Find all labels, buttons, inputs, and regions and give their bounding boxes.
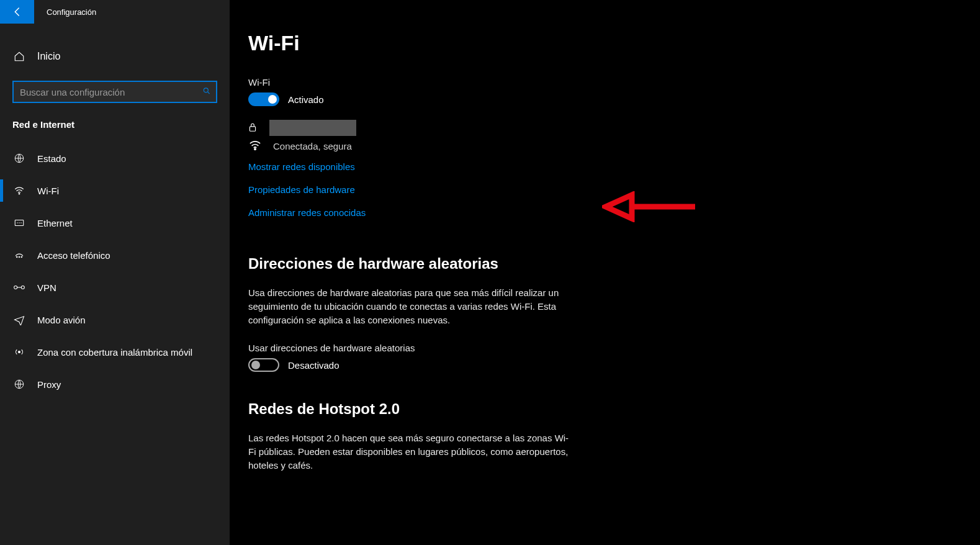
- svg-point-2: [19, 194, 20, 195]
- sidebar-item-hotspot[interactable]: Zona con cobertura inalámbrica móvil: [0, 336, 230, 368]
- svg-point-12: [254, 148, 256, 150]
- sidebar-home[interactable]: Inicio: [0, 41, 230, 72]
- back-button[interactable]: [0, 0, 34, 24]
- random-hw-toggle-heading: Usar direcciones de hardware aleatorias: [248, 343, 980, 353]
- svg-point-7: [14, 286, 17, 289]
- title-bar: Configuración: [0, 0, 230, 24]
- hotspot2-desc: Las redes Hotspot 2.0 hacen que sea más …: [248, 431, 571, 472]
- network-status: Conectada, segura: [273, 141, 352, 151]
- app-title: Configuración: [47, 7, 96, 17]
- sidebar-item-label: Modo avión: [37, 315, 86, 325]
- wifi-toggle-heading: Wi-Fi: [248, 77, 980, 88]
- hotspot2-title: Redes de Hotspot 2.0: [248, 400, 980, 418]
- sidebar-item-label: Wi-Fi: [37, 186, 59, 196]
- status-icon: [12, 153, 26, 164]
- svg-point-9: [19, 351, 20, 353]
- main-content: Wi-Fi Wi-Fi Activado: [230, 0, 980, 545]
- wifi-toggle[interactable]: [248, 92, 279, 106]
- wifi-icon: [12, 185, 26, 196]
- sidebar-item-label: Zona con cobertura inalámbrica móvil: [37, 347, 192, 358]
- network-ssid-redacted: [269, 120, 356, 136]
- svg-rect-11: [249, 126, 255, 130]
- current-network[interactable]: Conectada, segura: [248, 120, 980, 153]
- annotation-arrow-icon: [602, 191, 701, 222]
- dialup-icon: [12, 250, 26, 261]
- sidebar-item-vpn[interactable]: VPN: [0, 271, 230, 304]
- sidebar: Configuración Inicio Red e Internet: [0, 0, 230, 545]
- link-manage-known-networks[interactable]: Administrar redes conocidas: [248, 207, 366, 218]
- sidebar-item-dialup[interactable]: Acceso telefónico: [0, 239, 230, 271]
- sidebar-item-estado[interactable]: Estado: [0, 142, 230, 174]
- search-wrap: [12, 81, 217, 103]
- page-title: Wi-Fi: [248, 31, 980, 55]
- svg-point-5: [19, 256, 20, 258]
- svg-point-6: [21, 256, 22, 258]
- sidebar-item-ethernet[interactable]: Ethernet: [0, 207, 230, 239]
- random-hw-toggle[interactable]: [248, 358, 279, 372]
- sidebar-item-label: Ethernet: [37, 218, 73, 228]
- sidebar-item-label: Estado: [37, 153, 66, 164]
- vpn-icon: [12, 282, 26, 292]
- sidebar-item-label: VPN: [37, 282, 56, 293]
- wifi-signal-icon: [248, 140, 262, 153]
- sidebar-home-label: Inicio: [37, 51, 60, 62]
- sidebar-item-label: Proxy: [37, 379, 61, 390]
- sidebar-nav: Estado Wi-Fi Ethernet: [0, 142, 230, 400]
- hotspot-icon: [12, 346, 26, 358]
- link-show-networks[interactable]: Mostrar redes disponibles: [248, 161, 355, 172]
- random-hw-title: Direcciones de hardware aleatorias: [248, 255, 980, 272]
- random-hw-toggle-state: Desactivado: [288, 360, 339, 371]
- search-input[interactable]: [12, 81, 217, 103]
- svg-point-8: [21, 286, 24, 289]
- sidebar-item-label: Acceso telefónico: [37, 250, 110, 261]
- ethernet-icon: [12, 217, 26, 228]
- lock-icon: [248, 122, 257, 134]
- sidebar-item-airplane[interactable]: Modo avión: [0, 304, 230, 336]
- sidebar-item-wifi[interactable]: Wi-Fi: [0, 174, 230, 207]
- svg-point-4: [17, 256, 18, 258]
- airplane-icon: [12, 314, 26, 325]
- sidebar-section-heading: Red e Internet: [12, 119, 217, 130]
- random-hw-desc: Usa direcciones de hardware aleatorias p…: [248, 286, 571, 327]
- link-hardware-properties[interactable]: Propiedades de hardware: [248, 184, 355, 195]
- arrow-left-icon: [12, 6, 23, 17]
- wifi-toggle-state: Activado: [288, 94, 324, 105]
- home-icon: [12, 51, 26, 62]
- proxy-icon: [12, 379, 26, 390]
- sidebar-item-proxy[interactable]: Proxy: [0, 368, 230, 400]
